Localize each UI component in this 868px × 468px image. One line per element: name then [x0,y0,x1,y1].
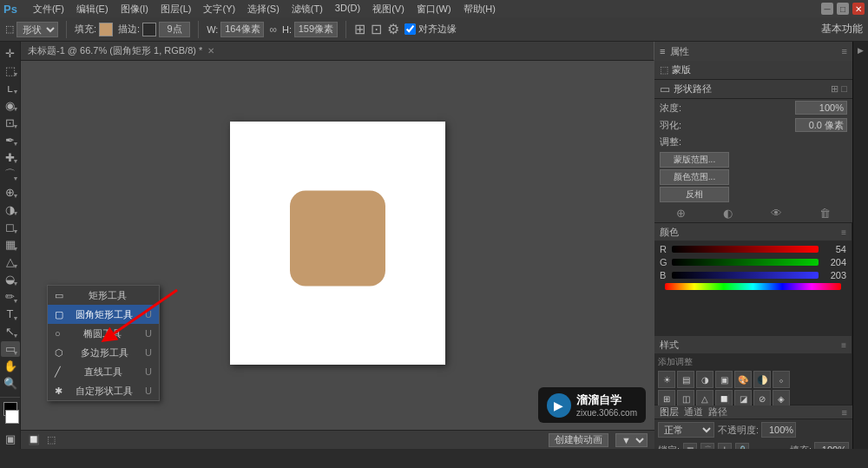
blend-mode-select[interactable]: 正常 [658,422,714,438]
shape-type-select[interactable]: 形状 [16,22,58,37]
menu-text[interactable]: 文字(Y) [198,3,240,16]
mask-settings-icon[interactable]: □ [841,83,847,95]
tool-gradient[interactable]: ▦▼ [1,237,20,253]
paths-tab[interactable]: 路径 [708,405,727,419]
adj-vibrance[interactable]: 🎨 [734,371,752,388]
tool-eraser[interactable]: ◻▼ [1,219,20,234]
tool-lasso[interactable]: ʟ▼ [1,80,20,96]
settings-icon[interactable]: ⚙ [387,21,399,37]
adj-hsl[interactable]: 🌓 [753,371,771,388]
tool-marquee[interactable]: ⬚▼ [1,63,20,78]
style-panel-header[interactable]: 样式 ≡ [654,336,852,353]
tool-type[interactable]: T▼ [1,307,20,322]
blue-slider-track[interactable] [672,272,819,279]
fill-color-swatch[interactable] [99,23,113,36]
tool-pen[interactable]: ✏▼ [1,289,20,305]
feather-input[interactable] [795,118,847,132]
style-collapse[interactable]: ≡ [841,340,846,350]
tool-dodge[interactable]: ◒▼ [1,272,20,287]
rainbow-spectrum[interactable] [665,283,841,290]
tool-crop[interactable]: ⊡▼ [1,115,20,130]
distribute-icon[interactable]: ⊡ [371,21,382,37]
adj-color-balance[interactable]: ⬦ [773,371,790,388]
tool-healing[interactable]: ✚▼ [1,149,20,165]
tool-history-brush[interactable]: ◑▼ [1,201,20,217]
stroke-color-swatch[interactable] [142,23,156,36]
red-slider-track[interactable] [672,246,819,253]
subtract-from-selection-icon[interactable]: ◐ [723,207,733,220]
width-input[interactable] [220,22,264,37]
adj-bw[interactable]: ⊞ [658,390,675,407]
tool-zoom[interactable]: 🔍 [1,376,20,392]
background-color[interactable] [5,410,19,424]
menu-select[interactable]: 选择(S) [242,3,285,16]
tool-eyedropper[interactable]: ✒▼ [1,132,20,148]
link-proportions-icon[interactable]: ∞ [269,23,277,36]
align-icon[interactable]: ⊞ [354,21,365,37]
green-slider-track[interactable] [672,259,819,266]
color-range-button[interactable]: 颜色范围... [660,169,729,185]
adj-brightness[interactable]: ☀ [658,371,675,388]
view-mask-icon[interactable]: 👁 [771,207,782,220]
lock-image-icon[interactable]: ⌒ [700,443,714,449]
tool-brush[interactable]: ⌒▼ [1,167,20,182]
align-edges-checkbox[interactable]: 对齐边缘 [404,23,457,36]
color-panel-collapse[interactable]: ≡ [841,227,846,237]
popup-item-line[interactable]: ╱ 直线工具 U [48,362,159,381]
tool-hand[interactable]: ✋ [1,359,20,374]
menu-edit[interactable]: 编辑(E) [71,3,114,16]
mask-convert-icon[interactable]: ⊞ [831,83,838,95]
tool-path-select[interactable]: ↖▼ [1,324,20,339]
menu-3d[interactable]: 3D(D) [330,3,365,16]
height-input[interactable] [294,22,338,37]
fill-input[interactable] [814,442,849,449]
tool-shape[interactable]: ▭▼ [1,341,20,357]
create-animation-button[interactable]: 创建帧动画 [549,433,608,447]
delete-mask-icon[interactable]: 🗑 [819,207,831,220]
adj-invert[interactable]: ◈ [773,390,790,407]
properties-options-icon[interactable]: ≡ [842,46,847,56]
menu-filter[interactable]: 滤镜(T) [286,3,328,16]
adj-selective-color[interactable]: 🔲 [715,390,733,407]
tool-move[interactable]: ✛ [1,45,20,61]
screen-mode-btn[interactable]: ▣ [1,430,20,449]
density-input[interactable] [795,101,847,115]
adj-photo-filter[interactable]: ◫ [677,390,694,407]
adj-curves[interactable]: ◑ [696,371,713,388]
menu-help[interactable]: 帮助(H) [458,3,501,16]
tool-blur[interactable]: △▼ [1,254,20,270]
mask-range-button[interactable]: 蒙版范围... [660,152,729,168]
color-panel-header[interactable]: 颜色 ≡ [654,223,852,241]
tool-quick-select[interactable]: ◉▼ [1,97,20,113]
menu-window[interactable]: 窗口(W) [411,3,457,16]
lock-all-icon[interactable]: 🔒 [735,443,749,449]
adj-gradient-map[interactable]: △ [696,390,713,407]
minimize-button[interactable]: ─ [821,3,833,15]
menu-bar[interactable]: 文件(F) 编辑(E) 图像(I) 图层(L) 文字(Y) 选择(S) 滤镜(T… [28,3,501,16]
lock-transparent-icon[interactable]: ▦ [683,443,697,449]
align-edges-check[interactable] [404,23,416,35]
tool-clone[interactable]: ⊕▼ [1,184,20,200]
collapse-panel-btn[interactable]: ▶ [854,43,868,57]
lock-position-icon[interactable]: ✛ [718,443,732,449]
adj-threshold[interactable]: ◪ [734,390,752,407]
opacity-input[interactable] [761,422,796,438]
menu-layer[interactable]: 图层(L) [155,3,196,16]
add-to-selection-icon[interactable]: ⊕ [676,207,686,220]
menu-file[interactable]: 文件(F) [28,3,69,16]
menu-view[interactable]: 视图(V) [367,3,410,16]
layers-panel-menu[interactable]: ≡ [842,407,847,418]
properties-collapse-icon[interactable]: ≡ [660,46,665,56]
channels-tab[interactable]: 通道 [684,405,703,419]
popup-item-custom[interactable]: ✱ 自定形状工具 U [48,381,159,400]
maximize-button[interactable]: □ [837,3,849,15]
stroke-size-input[interactable] [159,22,190,37]
adj-levels[interactable]: ▤ [677,371,694,388]
close-button[interactable]: ✕ [852,3,865,15]
adj-exposure[interactable]: ▣ [715,371,733,388]
canvas-close-button[interactable]: ✕ [207,46,214,56]
menu-image[interactable]: 图像(I) [115,3,154,16]
animation-type-select[interactable]: ▼ [615,433,648,447]
adj-posterize[interactable]: ⊘ [753,390,771,407]
invert-button[interactable]: 反相 [660,187,729,202]
